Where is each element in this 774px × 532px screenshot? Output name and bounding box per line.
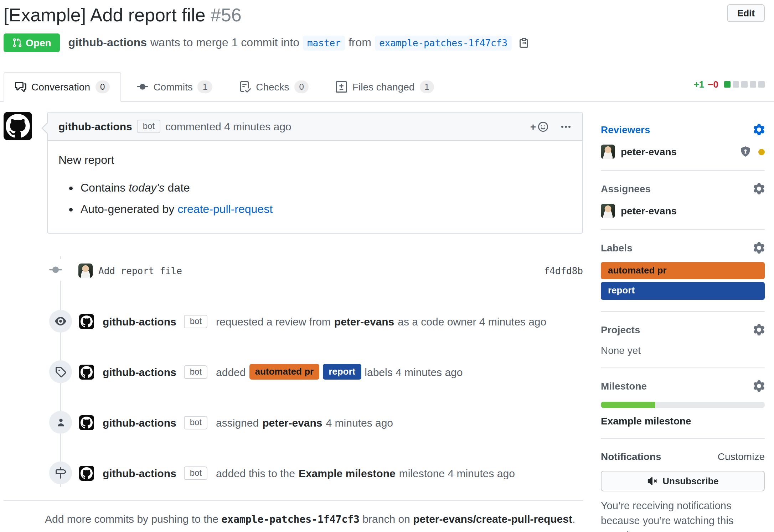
pr-number: #56 [211,4,242,26]
assignees-section: Assignees peter-evans [601,171,765,230]
head-branch-label[interactable]: example-patches-1f47cf3 [375,35,512,50]
diffstat-block-green [724,81,731,88]
comment-author[interactable]: github-actions [58,120,132,132]
add-reaction-button[interactable]: + [530,121,549,132]
gear-icon[interactable] [753,380,765,391]
event-actor[interactable]: github-actions [103,315,176,327]
diffstat-deletions: −0 [708,79,718,90]
notifications-section: Notifications Customize Unsubscribe You’… [601,438,765,532]
projects-empty-text: None yet [601,344,765,356]
bot-badge: bot [184,416,207,429]
assignees-heading[interactable]: Assignees [601,183,765,194]
tab-checks-label: Checks [256,81,289,93]
gear-icon[interactable] [753,242,765,254]
commit-sha[interactable]: f4dfd8b [544,265,583,276]
git-pull-request-icon [12,38,22,48]
tag-icon [49,360,72,383]
file-diff-icon [336,81,347,93]
git-commit-icon [49,259,62,281]
tab-commits-count: 1 [198,80,212,93]
peter-evans-avatar[interactable] [601,145,615,159]
gear-icon[interactable] [753,124,765,135]
notifications-heading-row: Notifications Customize [601,450,765,462]
peter-evans-avatar[interactable] [601,204,615,218]
pr-sidebar: Reviewers peter-evans Assignees [601,112,765,532]
comment-header: github-actions bot commented 4 minutes a… [48,113,582,141]
reviewer-name[interactable]: peter-evans [334,315,394,327]
event-actor[interactable]: github-actions [103,467,176,479]
assignee-name[interactable]: peter-evans [621,205,677,217]
comment-thread: github-actions bot commented 4 minutes a… [4,112,583,234]
tab-checks[interactable]: Checks 0 [228,72,320,102]
tab-files-changed-label: Files changed [352,81,414,93]
event-actor[interactable]: github-actions [103,366,176,378]
comment-bullet-2: Auto-generated by create-pull-request [81,201,572,218]
commit-message[interactable]: Add report file [98,265,182,276]
tab-checks-count: 0 [294,80,309,93]
shield-lock-icon [740,146,751,157]
smiley-icon [537,121,549,132]
github-actions-avatar[interactable] [79,314,94,329]
milestone-name-link[interactable]: Example milestone [601,415,765,426]
event-actor[interactable]: github-actions [103,416,176,428]
unsubscribe-button[interactable]: Unsubscribe [601,470,765,491]
octocat-icon [81,366,93,378]
page-title: [Example] Add report file #56 [4,4,727,26]
octocat-icon [81,416,93,428]
commit-row: Add report file f4dfd8b [4,256,583,285]
gear-icon[interactable] [753,183,765,194]
bot-badge: bot [184,365,207,379]
pull-request-page: [Example] Add report file #56 Edit Open … [0,0,774,532]
head-branch-name: example-patches-1f47cf3 [221,513,360,525]
milestone-progress-fill [601,401,655,408]
main-content: github-actions bot commented 4 minutes a… [0,112,774,532]
tab-conversation-label: Conversation [31,81,90,93]
labels-heading[interactable]: Labels [601,242,765,254]
milestone-heading[interactable]: Milestone [601,380,765,391]
status-row: Open github-actions wants to merge 1 com… [4,33,765,52]
label-report[interactable]: report [601,282,765,299]
comment-intro: New report [58,152,572,169]
kebab-menu-button[interactable] [560,121,572,132]
reviewer-name[interactable]: peter-evans [621,146,677,157]
tab-files-changed[interactable]: Files changed 1 [325,72,446,102]
assignee-name[interactable]: peter-evans [262,416,322,428]
copy-branch-icon[interactable] [518,37,530,48]
commit-author-avatar[interactable] [78,264,93,278]
timeline-event-assigned: github-actions bot assigned peter-evans … [4,408,583,437]
pending-review-dot [758,148,765,155]
tab-commits[interactable]: Commits 1 [125,72,224,102]
projects-section: Projects None yet [601,312,765,368]
timeline-event-review-requested: github-actions bot requested a review fr… [4,307,583,335]
label-automated-pr[interactable]: automated pr [601,262,765,279]
milestone-name-inline[interactable]: Example milestone [299,467,396,479]
tab-conversation-count: 0 [95,80,110,93]
bot-badge: bot [184,314,207,328]
github-actions-avatar[interactable] [79,415,94,430]
tab-files-changed-count: 1 [419,80,434,93]
person-icon [49,411,72,434]
issue-comment: github-actions bot commented 4 minutes a… [47,112,583,234]
gear-icon[interactable] [753,324,765,335]
github-actions-avatar[interactable] [79,465,94,480]
projects-heading[interactable]: Projects [601,324,765,335]
comment-actions: + [530,121,572,132]
milestone-icon [49,461,72,484]
base-branch-label[interactable]: master [303,35,345,50]
tab-commits-label: Commits [153,81,192,93]
notifications-heading: Notifications [601,450,661,462]
pr-state-label: Open [26,37,51,48]
comment-body: New report Contains today's date Auto-ge… [48,141,582,233]
label-automated-pr[interactable]: automated pr [249,364,319,380]
octocat-icon [81,315,93,327]
reviewers-heading[interactable]: Reviewers [601,124,765,135]
label-report[interactable]: report [323,364,361,380]
github-actions-avatar[interactable] [79,364,94,379]
create-pull-request-link[interactable]: create-pull-request [177,203,273,215]
git-commit-icon [137,81,148,93]
diffstat-block-gray [733,81,739,88]
customize-link[interactable]: Customize [718,450,765,462]
github-actions-avatar[interactable] [4,112,32,140]
tab-conversation[interactable]: Conversation 0 [4,72,121,102]
edit-button[interactable]: Edit [727,4,765,22]
